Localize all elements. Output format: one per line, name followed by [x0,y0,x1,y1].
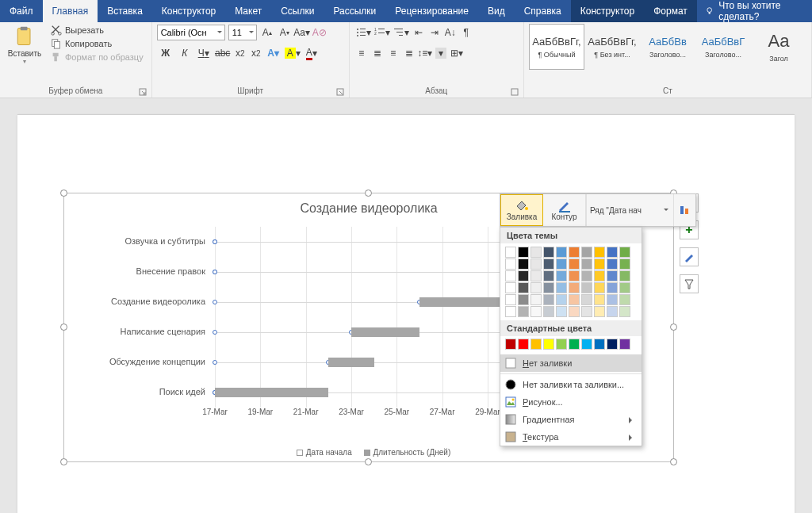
color-swatch[interactable] [556,247,567,258]
tab-home[interactable]: Главная [43,0,98,22]
color-swatch[interactable] [518,339,529,350]
show-marks-button[interactable]: ¶ [459,24,473,41]
dialog-launcher-icon[interactable] [336,88,344,96]
fill-button[interactable]: Заливка [500,194,543,226]
color-swatch[interactable] [594,339,605,350]
color-swatch[interactable] [518,247,529,258]
clear-format-button[interactable]: A⊘ [312,24,327,41]
chart-filters-button[interactable] [680,274,699,293]
color-swatch[interactable] [607,270,618,281]
color-swatch[interactable] [556,282,567,293]
grow-font-button[interactable]: A▴ [260,24,274,41]
paste-button[interactable]: Вставить ▾ [5,24,44,67]
tab-help[interactable]: Справка [515,0,571,22]
resize-handle[interactable] [60,190,67,197]
color-swatch[interactable] [543,339,554,350]
color-swatch[interactable] [619,282,630,293]
dialog-launcher-icon[interactable] [511,88,519,96]
document-canvas[interactable]: Создание видеоролика Озвучка и субтитрыВ… [0,98,812,513]
justify-button[interactable]: ≣ [402,44,416,62]
format-pane-button[interactable] [673,194,695,226]
color-swatch[interactable] [530,258,542,270]
bar-segment-start[interactable] [215,297,419,307]
color-swatch[interactable] [556,306,567,317]
series-selector[interactable]: Ряд "Дата нач [586,194,673,226]
color-swatch[interactable] [619,270,630,281]
color-swatch[interactable] [607,258,618,270]
color-swatch[interactable] [505,270,516,281]
chart-styles-button[interactable] [680,247,699,266]
style-title[interactable]: АаЗагол [751,24,806,70]
line-spacing-button[interactable]: ↕≡▾ [418,44,432,62]
series-selection-handle[interactable] [213,300,217,304]
color-swatch[interactable] [530,247,542,258]
color-swatch[interactable] [594,247,605,258]
increase-indent-button[interactable]: ⇥ [427,24,442,41]
no-fill-item-2[interactable]: Нет заливкита заливки... [500,376,642,393]
color-swatch[interactable] [543,247,554,258]
italic-button[interactable]: К [176,44,193,62]
color-swatch[interactable] [581,247,592,258]
color-swatch[interactable] [569,247,580,258]
multilevel-button[interactable]: ▾ [393,24,410,41]
tab-mailings[interactable]: Рассылки [324,0,385,22]
series-selection-handle[interactable] [213,239,217,244]
align-right-button[interactable]: ≡ [386,44,400,62]
bar-segment-duration[interactable] [351,327,419,337]
tab-chart-design[interactable]: Конструктор [571,0,644,22]
numbering-button[interactable]: 12▾ [373,24,391,41]
bar-segment-start[interactable] [215,358,328,367]
color-swatch[interactable] [505,258,516,270]
dialog-launcher-icon[interactable] [139,88,147,96]
color-swatch[interactable] [505,247,516,258]
tab-view[interactable]: Вид [478,0,515,22]
sort-button[interactable]: A↓ [443,24,458,41]
tab-design[interactable]: Конструктор [152,0,225,22]
color-swatch[interactable] [619,258,630,270]
color-swatch[interactable] [607,339,618,350]
color-swatch[interactable] [607,247,618,258]
color-swatch[interactable] [556,339,567,350]
outline-button[interactable]: Контур [543,194,586,226]
color-swatch[interactable] [581,294,592,305]
style-heading2[interactable]: АаБбВвГЗаголово... [695,24,751,70]
color-swatch[interactable] [505,282,516,293]
color-swatch[interactable] [505,339,516,350]
color-swatch[interactable] [518,294,529,305]
color-swatch[interactable] [569,306,580,317]
color-swatch[interactable] [556,258,567,270]
color-swatch[interactable] [594,306,605,317]
series-selection-handle[interactable] [213,360,217,365]
color-swatch[interactable] [543,258,554,270]
resize-handle[interactable] [670,458,677,465]
tab-layout[interactable]: Макет [225,0,271,22]
bullets-button[interactable]: ▾ [354,24,372,41]
text-effects-button[interactable]: A▾ [265,44,282,62]
format-painter-button[interactable]: Формат по образцу [48,51,147,63]
strike-button[interactable]: abc [214,44,232,62]
color-swatch[interactable] [556,294,567,305]
color-swatch[interactable] [530,306,542,317]
color-swatch[interactable] [569,270,580,281]
highlight-button[interactable]: A▾ [284,44,301,62]
series-selection-handle[interactable] [213,330,217,335]
color-swatch[interactable] [530,282,542,293]
no-fill-item[interactable]: Нет заливки [500,354,642,372]
tab-insert[interactable]: Вставка [98,0,152,22]
color-swatch[interactable] [581,270,592,281]
color-swatch[interactable] [619,294,630,305]
shrink-font-button[interactable]: A▾ [278,24,292,41]
color-swatch[interactable] [581,282,592,293]
color-swatch[interactable] [530,294,542,305]
align-center-button[interactable]: ≣ [370,44,385,62]
color-swatch[interactable] [569,258,580,270]
decrease-indent-button[interactable]: ⇤ [412,24,426,41]
color-swatch[interactable] [594,282,605,293]
resize-handle[interactable] [670,323,677,331]
texture-fill-item[interactable]: Текстура [500,428,642,446]
color-swatch[interactable] [518,282,529,293]
resize-handle[interactable] [60,458,67,465]
color-swatch[interactable] [505,294,516,305]
color-swatch[interactable] [581,258,592,270]
bar-segment-duration[interactable] [215,388,328,397]
